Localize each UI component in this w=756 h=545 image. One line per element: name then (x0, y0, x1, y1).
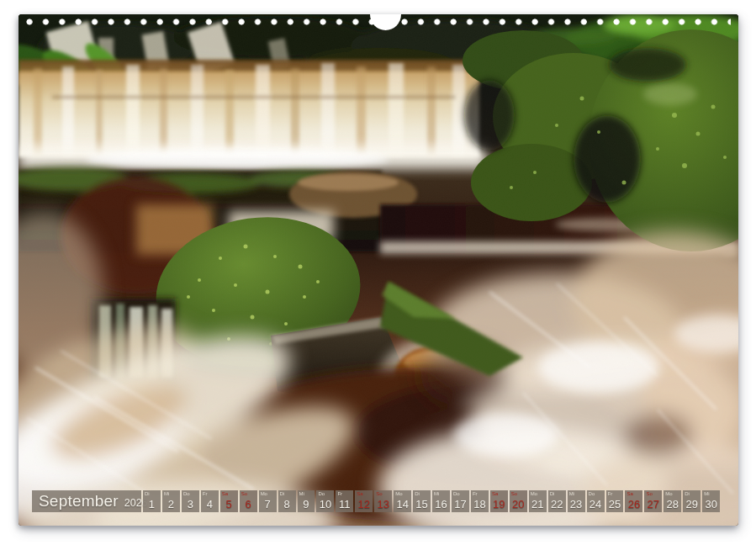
weekday-abbr: Sa (222, 491, 228, 496)
day-number: 28 (663, 499, 681, 511)
weekday-abbr: Do (183, 491, 190, 496)
calendar-day-cell: So 13 (374, 490, 392, 512)
calendar-day-cell: Mo 28 (663, 490, 681, 512)
day-number: 6 (240, 499, 257, 511)
calendar-day-cell: Sa 19 (490, 490, 508, 512)
calendar-day-cell: Fr 25 (606, 490, 624, 512)
day-number: 5 (220, 499, 238, 511)
calendar-day-cell: Mi 2 (162, 490, 180, 512)
month-name: September (39, 490, 119, 512)
weekday-abbr: Mi (299, 491, 304, 496)
month-label-box: September 2026 (32, 490, 141, 512)
weekday-abbr: Di (280, 491, 285, 496)
calendar-day-cell: Do 10 (316, 490, 334, 512)
weekday-abbr: Mo (395, 491, 402, 496)
calendar-day-cell: So 20 (510, 490, 527, 512)
calendar-days-row: Di 1 Mi 2 Do 3 Fr 4 Sa 5 So 6 Mo 7 Di 8 … (143, 490, 720, 512)
calendar-day-cell: Do 24 (587, 490, 605, 512)
weekday-abbr: Mo (531, 491, 537, 496)
day-number: 8 (278, 499, 296, 511)
calendar-day-cell: Sa 12 (355, 490, 373, 512)
day-number: 15 (413, 499, 431, 511)
calendar-day-cell: Mi 16 (432, 490, 450, 512)
day-number: 7 (259, 499, 277, 511)
calendar-day-cell: Mo 14 (394, 490, 411, 512)
calendar-day-cell: Di 1 (143, 490, 161, 512)
day-number: 2 (162, 499, 180, 511)
calendar-day-cell: Di 22 (548, 490, 566, 512)
calendar-day-cell: Di 8 (278, 490, 296, 512)
day-number: 10 (316, 499, 334, 511)
weekday-abbr: So (241, 491, 247, 496)
day-number: 25 (606, 499, 624, 511)
weekday-abbr: Sa (626, 491, 632, 496)
weekday-abbr: Fr (203, 491, 208, 496)
calendar-strip: September 2026 Di 1 Mi 2 Do 3 Fr 4 Sa 5 … (32, 490, 720, 512)
weekday-abbr: Do (589, 491, 595, 496)
weekday-abbr: Mi (704, 491, 709, 496)
weekday-abbr: Fr (473, 491, 478, 496)
day-number: 19 (490, 499, 508, 511)
calendar-day-cell: Fr 18 (471, 490, 489, 512)
day-number: 26 (625, 499, 642, 511)
weekday-abbr: Di (415, 491, 420, 496)
calendar-day-cell: Do 17 (452, 490, 469, 512)
day-number: 30 (702, 499, 720, 511)
weekday-abbr: So (646, 491, 652, 496)
day-number: 12 (355, 499, 373, 511)
day-number: 22 (548, 499, 566, 511)
day-number: 21 (529, 499, 547, 511)
calendar-day-cell: Mo 7 (259, 490, 277, 512)
day-number: 3 (182, 499, 199, 511)
day-number: 20 (510, 499, 527, 511)
calendar-day-cell: Mi 23 (568, 490, 585, 512)
weekday-abbr: Mi (569, 491, 574, 496)
weekday-abbr: Mo (665, 491, 672, 496)
calendar-page: September 2026 Di 1 Mi 2 Do 3 Fr 4 Sa 5 … (19, 14, 738, 526)
calendar-day-cell: Mi 30 (702, 490, 720, 512)
calendar-day-cell: Do 3 (182, 490, 199, 512)
weekday-abbr: Di (550, 491, 555, 496)
weekday-abbr: Mi (434, 491, 439, 496)
weekday-abbr: Di (145, 491, 150, 496)
day-number: 16 (432, 499, 450, 511)
day-number: 14 (394, 499, 411, 511)
day-number: 1 (143, 499, 161, 511)
day-number: 23 (568, 499, 585, 511)
weekday-abbr: So (376, 491, 382, 496)
calendar-day-cell: Fr 4 (201, 490, 219, 512)
day-number: 11 (336, 499, 353, 511)
calendar-day-cell: So 6 (240, 490, 257, 512)
day-number: 4 (201, 499, 219, 511)
calendar-day-cell: So 27 (644, 490, 662, 512)
weekday-abbr: Di (685, 491, 690, 496)
day-number: 27 (644, 499, 662, 511)
day-number: 18 (471, 499, 489, 511)
weekday-abbr: Do (453, 491, 460, 496)
weekday-abbr: Do (318, 491, 325, 496)
calendar-day-cell: Mo 21 (529, 490, 547, 512)
weekday-abbr: Mo (261, 491, 267, 496)
calendar-day-cell: Mi 9 (298, 490, 315, 512)
day-number: 13 (374, 499, 392, 511)
weekday-abbr: Sa (492, 491, 498, 496)
day-number: 17 (452, 499, 469, 511)
weekday-abbr: Fr (337, 491, 342, 496)
calendar-day-cell: Sa 5 (220, 490, 238, 512)
calendar-day-cell: Di 29 (683, 490, 700, 512)
weekday-abbr: So (511, 491, 517, 496)
weekday-abbr: Sa (357, 491, 362, 496)
calendar-day-cell: Sa 26 (625, 490, 642, 512)
day-number: 29 (683, 499, 700, 511)
weekday-abbr: Fr (608, 491, 613, 496)
weekday-abbr: Mi (164, 491, 169, 496)
calendar-day-cell: Di 15 (413, 490, 431, 512)
calendar-day-cell: Fr 11 (336, 490, 353, 512)
waterfall-photo (19, 14, 738, 526)
day-number: 9 (298, 499, 315, 511)
day-number: 24 (587, 499, 605, 511)
